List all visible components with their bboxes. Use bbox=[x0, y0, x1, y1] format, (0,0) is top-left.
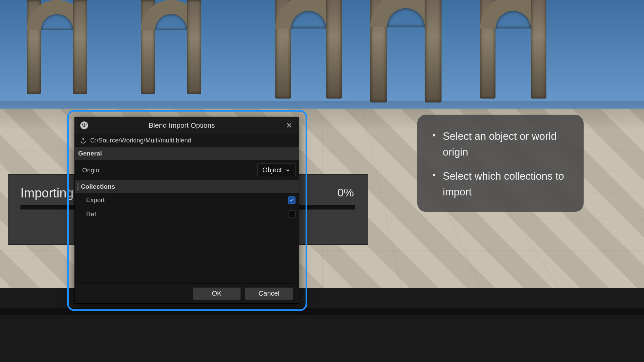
scene-arch bbox=[275, 0, 342, 99]
collection-label: Export bbox=[86, 196, 288, 204]
file-path-row: C:/Source/Working/Multi/multi.blend bbox=[75, 134, 299, 147]
section-header-general: General bbox=[75, 147, 299, 160]
close-button[interactable] bbox=[284, 120, 294, 130]
annotation-callout: Select an object or world origin Select … bbox=[417, 115, 584, 212]
ok-button[interactable]: OK bbox=[193, 288, 240, 300]
dialog-footer: OK Cancel bbox=[75, 283, 299, 303]
collections-header-label: Collections bbox=[81, 183, 115, 190]
collection-row-ref: Ref bbox=[75, 207, 299, 221]
callout-item: Select an object or world origin bbox=[431, 129, 570, 160]
file-path-text: C:/Source/Working/Multi/multi.blend bbox=[90, 137, 192, 144]
callout-item: Select which collections to import bbox=[431, 169, 570, 200]
chevron-down-icon bbox=[285, 168, 290, 173]
dialog-body-spacer bbox=[75, 221, 299, 283]
collection-label: Ref bbox=[86, 210, 288, 218]
collection-checkbox-export[interactable] bbox=[288, 196, 296, 204]
cancel-button[interactable]: Cancel bbox=[245, 288, 293, 300]
scene-arch bbox=[480, 0, 546, 99]
scene-arch bbox=[370, 0, 441, 102]
scene-arch bbox=[141, 0, 201, 94]
collection-row-export: Export bbox=[75, 193, 299, 207]
dialog-titlebar[interactable]: Blend Import Options bbox=[75, 117, 299, 134]
origin-label: Origin bbox=[82, 167, 257, 174]
scene-arch bbox=[27, 0, 87, 94]
reset-to-default-icon[interactable] bbox=[79, 137, 87, 144]
origin-dropdown-value: Object bbox=[262, 166, 282, 174]
progress-percent: 0% bbox=[337, 186, 354, 199]
blend-import-dialog: Blend Import Options C:/Source/Working/M… bbox=[74, 117, 299, 304]
collection-checkbox-ref[interactable] bbox=[288, 210, 296, 218]
check-icon bbox=[289, 198, 294, 202]
origin-dropdown[interactable]: Object bbox=[257, 163, 296, 177]
progress-label: Importing bbox=[20, 186, 73, 200]
section-header-collections[interactable]: Collections bbox=[75, 180, 299, 193]
origin-row: Origin Object bbox=[75, 160, 299, 180]
dialog-title: Blend Import Options bbox=[79, 121, 284, 129]
